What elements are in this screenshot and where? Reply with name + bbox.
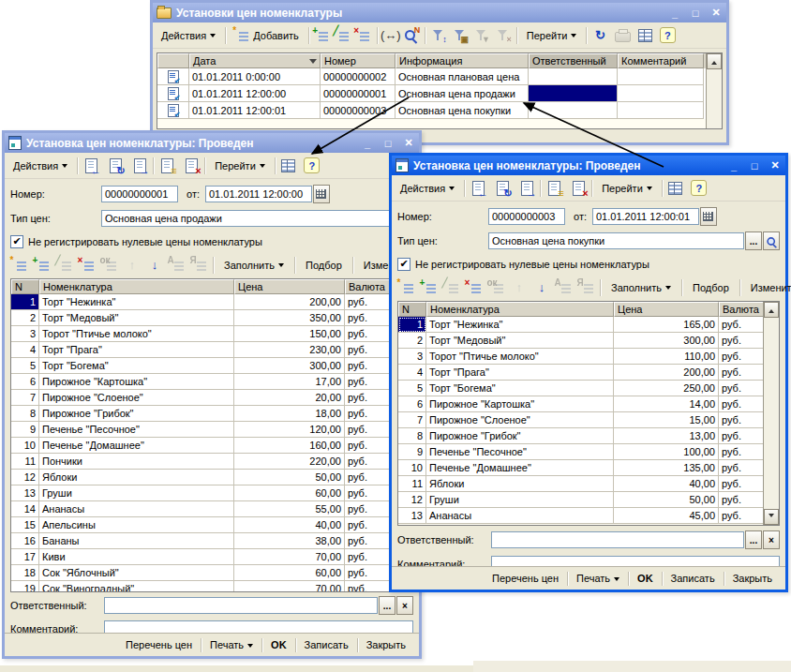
titlebar[interactable]: Установка цен номенклатуры: Проведен: [5, 133, 419, 153]
help-icon[interactable]: ?: [303, 157, 321, 175]
minimize-button[interactable]: [727, 160, 740, 172]
перечень-цен-button[interactable]: Перечень цен: [117, 637, 201, 652]
закрыть-button[interactable]: Закрыть: [358, 637, 414, 652]
go-button[interactable]: Перейти: [209, 157, 271, 174]
item-cell[interactable]: 110,00: [614, 349, 719, 365]
item-cell[interactable]: Торот "Птичье молоко": [426, 349, 614, 365]
item-row[interactable]: 1Торт "Нежинка"200,00руб.: [11, 294, 412, 310]
go-button[interactable]: Перейти: [521, 27, 583, 44]
item-cell[interactable]: 17,00: [234, 374, 345, 390]
item-row[interactable]: 15Апельсины40,00руб.: [11, 517, 412, 533]
item-cell[interactable]: 230,00: [234, 342, 345, 358]
help-icon[interactable]: ?: [690, 179, 709, 198]
end-edit-icon[interactable]: ок: [487, 278, 506, 297]
item-cell[interactable]: Киви: [39, 549, 234, 565]
item-cell[interactable]: 60,00: [234, 565, 345, 581]
item-cell[interactable]: 70,00: [234, 549, 345, 565]
item-cell[interactable]: 4: [398, 365, 426, 381]
item-cell[interactable]: Ананасы: [426, 508, 614, 524]
item-row[interactable]: 12Яблоки50,00руб.: [11, 470, 412, 485]
copy-row-icon[interactable]: +: [33, 256, 52, 275]
table-cell-icon[interactable]: [157, 68, 189, 85]
pick-button[interactable]: Подбор: [299, 257, 349, 274]
закрыть-button[interactable]: Закрыть: [724, 571, 781, 586]
price-type-field[interactable]: Основная цена продажи: [101, 210, 413, 227]
item-cell[interactable]: 8: [398, 428, 426, 444]
maximize-button[interactable]: [748, 160, 761, 172]
column-header-date[interactable]: Дата: [189, 53, 321, 68]
responsible-field[interactable]: [104, 597, 378, 614]
column-header-info[interactable]: Информация: [396, 53, 529, 68]
post-doc-icon[interactable]: ≡: [545, 179, 563, 198]
item-row[interactable]: 10Печенье "Домашнее"160,00руб.: [11, 438, 412, 454]
filter-sort-icon[interactable]: ↕: [429, 26, 448, 45]
table-cell-info[interactable]: Основная цена покупки: [396, 102, 529, 119]
edit-row-icon[interactable]: ╱: [442, 278, 461, 297]
fill-button[interactable]: Заполнить: [604, 279, 678, 296]
edit-row-icon[interactable]: ╱: [55, 256, 74, 275]
item-row[interactable]: 6Пирожное "Картошка"17,00руб.: [11, 374, 412, 390]
item-cell[interactable]: Торт "Нежинка": [39, 294, 234, 310]
scroll-up-button[interactable]: [764, 302, 779, 318]
date-field[interactable]: 01.01.2011 12:00:01: [592, 208, 699, 225]
table-cell-responsible[interactable]: [529, 85, 618, 102]
item-cell[interactable]: 9: [11, 422, 39, 438]
item-row[interactable]: 13Груши60,00руб.: [11, 485, 412, 501]
column-header-Номенклатура[interactable]: Номенклатура: [39, 279, 234, 294]
item-cell[interactable]: Сок "Виноградный": [39, 581, 234, 592]
item-row[interactable]: 2Торт "Медовый"300,00руб.: [398, 333, 779, 349]
item-cell[interactable]: 8: [11, 406, 39, 422]
price-type-field[interactable]: Основная цена покупки: [488, 232, 744, 249]
sort-az-icon[interactable]: A: [168, 256, 187, 275]
item-cell[interactable]: 9: [398, 444, 426, 460]
item-cell[interactable]: 10: [398, 460, 426, 476]
item-cell[interactable]: 12: [11, 470, 39, 485]
item-cell[interactable]: 60,00: [234, 485, 345, 501]
maximize-button[interactable]: [689, 7, 702, 19]
copy-row-icon[interactable]: +: [420, 278, 439, 297]
copy-item-icon[interactable]: +: [313, 26, 332, 45]
item-row[interactable]: 9Печенье "Песочное"120,00руб.: [11, 422, 412, 438]
choose-button[interactable]: ...: [379, 596, 396, 615]
item-cell[interactable]: 200,00: [234, 294, 345, 310]
table-cell-number[interactable]: 00000000002: [321, 68, 396, 85]
item-cell[interactable]: Пирожное "Грибок": [426, 428, 614, 444]
actions-button[interactable]: Действия: [156, 27, 221, 44]
item-cell[interactable]: Груши: [426, 492, 614, 508]
date-field[interactable]: 01.01.2011 12:00:00: [205, 186, 312, 202]
titlebar[interactable]: Установка цен номенклатуры: Проведен: [392, 156, 785, 175]
item-cell[interactable]: 15: [11, 517, 39, 533]
move-up-icon[interactable]: ↑: [123, 256, 142, 275]
column-header-number[interactable]: Номер: [321, 53, 396, 68]
item-cell[interactable]: 18,00: [234, 406, 345, 422]
item-cell[interactable]: 45,00: [614, 508, 719, 524]
item-cell[interactable]: 1: [398, 317, 426, 333]
item-cell[interactable]: 70,00: [234, 581, 345, 592]
item-cell[interactable]: Сок "Яблочный": [39, 565, 234, 581]
vertical-scrollbar[interactable]: [763, 302, 779, 525]
item-cell[interactable]: 6: [398, 396, 426, 412]
item-row[interactable]: 3Торот "Птичье молоко"150,00руб.: [11, 326, 412, 342]
item-cell[interactable]: 200,00: [614, 365, 719, 381]
item-row[interactable]: 18Сок "Яблочный"60,00руб.: [11, 565, 412, 581]
item-cell[interactable]: 16: [11, 533, 39, 549]
delete-row-icon[interactable]: ×: [78, 256, 97, 275]
item-cell[interactable]: Печенье "Домашнее": [39, 438, 234, 454]
fit-width-icon[interactable]: (↔): [381, 26, 400, 45]
item-cell[interactable]: 10: [11, 438, 39, 454]
item-cell[interactable]: 17: [11, 549, 39, 565]
column-header-responsible[interactable]: Ответственный: [529, 53, 618, 68]
post-doc-icon[interactable]: ≡: [157, 157, 176, 175]
fill-button[interactable]: Заполнить: [217, 257, 291, 274]
item-cell[interactable]: Яблоки: [426, 476, 614, 492]
печать-button[interactable]: Печать: [568, 571, 628, 586]
перечень-цен-button[interactable]: Перечень цен: [484, 571, 567, 586]
table-cell-responsible[interactable]: [529, 102, 618, 119]
column-header-icon[interactable]: [157, 53, 189, 68]
sort-az-icon[interactable]: A: [555, 278, 574, 297]
filter-clear-icon[interactable]: ×: [494, 26, 513, 45]
column-header-Цена[interactable]: Цена: [614, 302, 719, 317]
close-button[interactable]: [769, 159, 782, 172]
titlebar[interactable]: Установки цен номенклатуры: [153, 3, 726, 22]
item-cell[interactable]: 13: [398, 508, 426, 524]
